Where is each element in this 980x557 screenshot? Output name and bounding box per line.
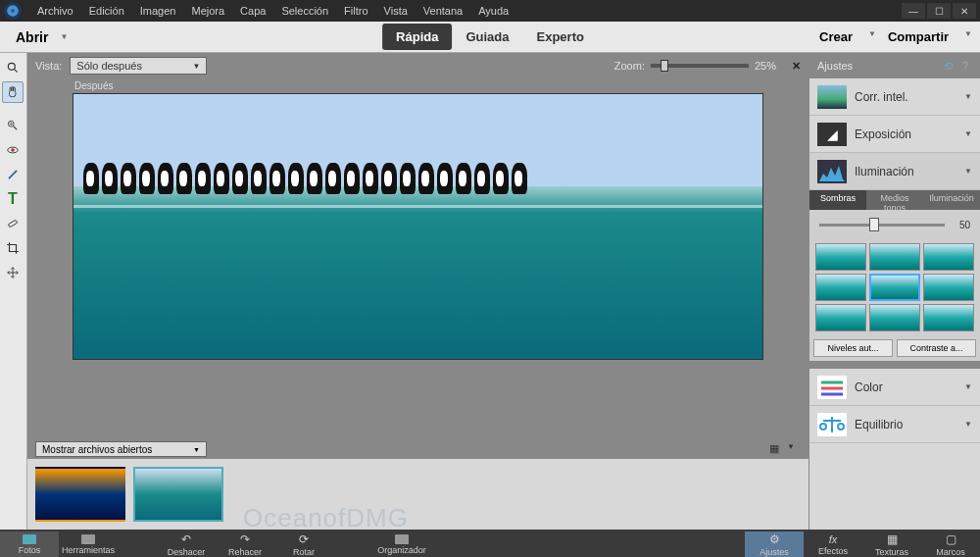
vista-dropdown[interactable]: Sólo después ▼ — [70, 57, 207, 75]
btab-label: Texturas — [875, 547, 908, 557]
tab-rapida[interactable]: Rápida — [382, 24, 452, 50]
menu-archivo[interactable]: Archivo — [29, 5, 81, 17]
subtab-medios[interactable]: Medios tonos — [866, 190, 923, 210]
btab-rehacer[interactable]: ↷Rehacer — [216, 532, 274, 557]
canvas-area: Después — [27, 78, 808, 439]
balance-icon — [817, 413, 847, 436]
preset-8[interactable] — [869, 304, 920, 331]
file-dropdown[interactable]: Mostrar archivos abiertos ▼ — [35, 441, 207, 457]
redeye-tool[interactable] — [2, 139, 24, 161]
close-document-button[interactable]: ✕ — [792, 60, 801, 73]
spot-heal-tool[interactable] — [2, 213, 24, 234]
chevron-down-icon[interactable]: ▼ — [787, 442, 801, 456]
canvas-image[interactable] — [73, 93, 763, 360]
zoom-label: Zoom: — [614, 60, 645, 72]
create-arrow[interactable]: ▼ — [868, 29, 876, 44]
thumbnail-2[interactable] — [133, 467, 223, 522]
rtab-efectos[interactable]: fxEfectos — [804, 532, 862, 557]
zoom-tool[interactable] — [2, 57, 24, 78]
adjust-label: Color — [855, 380, 956, 394]
texture-icon: ▦ — [887, 532, 898, 546]
auto-levels-button[interactable]: Niveles aut... — [813, 339, 893, 357]
btab-organizador[interactable]: Organizador — [372, 532, 431, 557]
reset-icon[interactable]: ⟲ — [941, 59, 955, 73]
adjust-equilibrio[interactable]: Equilibrio ▼ — [809, 406, 980, 443]
btab-label: Rotar — [293, 547, 315, 557]
close-button[interactable]: ✕ — [953, 3, 976, 19]
slider-thumb[interactable] — [869, 218, 879, 231]
open-button[interactable]: Abrir — [8, 25, 56, 49]
subtab-iluminacion[interactable]: Iluminación — [923, 190, 980, 210]
main-row: T Vista: Sólo después ▼ Zoom: 25% ✕ Desp… — [0, 53, 980, 530]
menu-filtro[interactable]: Filtro — [336, 5, 375, 17]
preset-6[interactable] — [923, 274, 974, 301]
watermark: OceanofDMG — [243, 503, 409, 533]
preset-4[interactable] — [815, 274, 866, 301]
menu-edicion[interactable]: Edición — [81, 5, 132, 17]
svg-rect-10 — [8, 220, 18, 228]
tab-guiada[interactable]: Guiada — [452, 24, 522, 50]
menu-seleccion[interactable]: Selección — [273, 5, 336, 17]
menu-mejora[interactable]: Mejora — [183, 5, 232, 17]
menu-capa[interactable]: Capa — [232, 5, 273, 17]
rtab-texturas[interactable]: ▦Texturas — [862, 532, 921, 557]
btab-label: Marcos — [936, 547, 965, 557]
btab-fotos[interactable]: Fotos — [0, 532, 59, 557]
menu-ventana[interactable]: Ventana — [416, 5, 470, 17]
maximize-button[interactable]: ☐ — [927, 3, 951, 19]
auto-contrast-button[interactable]: Contraste a... — [897, 339, 976, 357]
tab-experto[interactable]: Experto — [523, 24, 598, 50]
magnifier-icon — [6, 61, 20, 75]
open-dropdown-arrow[interactable]: ▼ — [60, 32, 68, 41]
move-tool[interactable] — [2, 262, 24, 283]
rtab-ajustes[interactable]: ⚙Ajustes — [745, 532, 804, 557]
preset-7[interactable] — [815, 304, 866, 331]
shadow-slider[interactable] — [819, 224, 945, 227]
minimize-button[interactable]: — — [902, 3, 925, 19]
crop-icon — [6, 241, 20, 255]
menu-vista[interactable]: Vista — [376, 5, 416, 17]
preset-1[interactable] — [815, 243, 866, 271]
light-icon — [817, 160, 847, 183]
btab-rotar[interactable]: ⟳Rotar — [274, 532, 333, 557]
text-tool[interactable]: T — [2, 188, 24, 210]
thumbnail-1[interactable] — [35, 467, 125, 522]
adjust-color[interactable]: Color ▼ — [809, 369, 980, 406]
zoom-slider[interactable] — [651, 64, 749, 68]
help-icon[interactable]: ? — [958, 59, 972, 73]
hand-tool[interactable] — [2, 81, 24, 103]
preset-9[interactable] — [923, 304, 974, 331]
bandage-icon — [6, 217, 20, 230]
adjust-iluminacion[interactable]: Iluminación ▼ — [809, 153, 980, 190]
share-button[interactable]: Compartir — [888, 29, 949, 44]
btab-deshacer[interactable]: ↶Deshacer — [157, 532, 216, 557]
crop-tool[interactable] — [2, 237, 24, 259]
app-logo — [4, 2, 22, 20]
create-button[interactable]: Crear — [819, 29, 853, 44]
menu-imagen[interactable]: Imagen — [132, 5, 184, 17]
move-icon — [6, 266, 20, 279]
redo-icon: ↷ — [240, 532, 250, 546]
preset-5[interactable] — [869, 274, 920, 301]
adjust-corr-intel[interactable]: Corr. intel. ▼ — [809, 78, 980, 116]
zoom-group: Zoom: 25% ✕ — [614, 60, 801, 73]
svg-point-16 — [820, 424, 826, 430]
whiten-tool[interactable] — [2, 164, 24, 185]
rtab-marcos[interactable]: ▢Marcos — [921, 532, 980, 557]
preset-2[interactable] — [869, 243, 920, 271]
chevron-down-icon: ▼ — [193, 446, 200, 453]
file-bar: Mostrar archivos abiertos ▼ ▦ ▼ — [27, 439, 808, 459]
zoom-thumb[interactable] — [661, 60, 668, 72]
share-arrow[interactable]: ▼ — [964, 29, 972, 44]
file-tools: ▦ ▼ — [769, 442, 801, 456]
menu-ayuda[interactable]: Ayuda — [470, 5, 516, 17]
grid-icon[interactable]: ▦ — [769, 442, 783, 456]
subtab-sombras[interactable]: Sombras — [809, 190, 866, 210]
rotate-icon: ⟳ — [299, 532, 309, 546]
adjust-exposicion[interactable]: ◢ Exposición ▼ — [809, 116, 980, 153]
btab-herramientas[interactable]: Herramientas — [59, 532, 118, 557]
canvas-label: Después — [74, 80, 763, 91]
penguins-illustration — [74, 163, 762, 202]
preset-3[interactable] — [923, 243, 974, 271]
quick-select-tool[interactable] — [2, 115, 24, 136]
